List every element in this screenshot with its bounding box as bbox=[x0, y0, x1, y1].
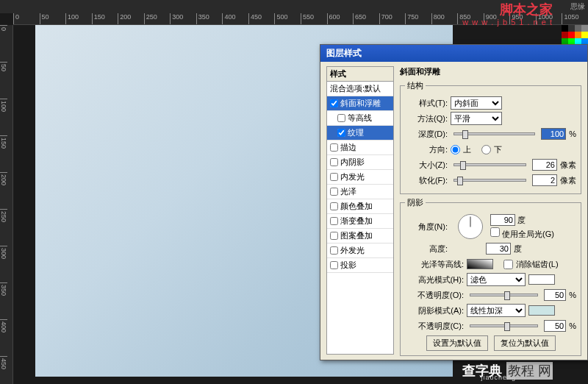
highlight-opacity-slider[interactable] bbox=[470, 294, 538, 296]
styles-list-panel: 样式 混合选项:默认 斜面和浮雕等高线纹理描边内阴影内发光光泽颜色叠加渐变叠加图… bbox=[326, 66, 394, 355]
style-row-7[interactable]: 颜色叠加 bbox=[327, 199, 393, 214]
style-checkbox[interactable] bbox=[330, 232, 338, 240]
style-row-8[interactable]: 渐变叠加 bbox=[327, 214, 393, 229]
shadow-opacity-slider[interactable] bbox=[470, 324, 538, 327]
style-label: 渐变叠加 bbox=[340, 216, 373, 227]
style-row-0[interactable]: 斜面和浮雕 bbox=[327, 96, 393, 111]
global-light-checkbox[interactable] bbox=[490, 227, 500, 237]
depth-input[interactable] bbox=[541, 128, 566, 140]
style-checkbox[interactable] bbox=[330, 99, 338, 107]
structure-group: 结构 样式(T):内斜面 方法(Q):平滑 深度(D):% 方向:上 下 大小(… bbox=[400, 80, 581, 194]
color-swatch[interactable] bbox=[568, 25, 575, 32]
style-label: 描边 bbox=[340, 142, 356, 153]
method-select[interactable]: 平滑 bbox=[451, 112, 502, 125]
reset-default-button[interactable]: 复位为默认值 bbox=[494, 335, 556, 351]
style-checkbox[interactable] bbox=[330, 143, 338, 152]
soften-input[interactable] bbox=[532, 174, 557, 186]
style-checkbox[interactable] bbox=[330, 217, 338, 225]
shadow-color-swatch[interactable] bbox=[528, 305, 555, 316]
style-label: 内发光 bbox=[340, 171, 365, 182]
size-input[interactable] bbox=[532, 159, 557, 171]
color-swatch[interactable] bbox=[575, 25, 581, 32]
color-swatch[interactable] bbox=[575, 32, 581, 38]
style-label: 图案叠加 bbox=[340, 230, 373, 241]
style-label: 斜面和浮雕 bbox=[340, 98, 381, 109]
angle-input[interactable] bbox=[490, 214, 515, 226]
style-row-5[interactable]: 内发光 bbox=[327, 170, 393, 185]
style-row-3[interactable]: 描边 bbox=[327, 141, 393, 155]
highlight-opacity-input[interactable] bbox=[544, 289, 566, 301]
style-row-4[interactable]: 内阴影 bbox=[327, 155, 393, 170]
style-checkbox[interactable] bbox=[330, 173, 338, 181]
watermark-bottom: 查字典 教程 网 jiaocheng bbox=[462, 362, 553, 380]
highlight-color-swatch[interactable] bbox=[528, 274, 555, 285]
style-row-6[interactable]: 光泽 bbox=[327, 185, 393, 199]
gloss-contour-picker[interactable] bbox=[467, 259, 493, 269]
layer-style-dialog: 图层样式 样式 混合选项:默认 斜面和浮雕等高线纹理描边内阴影内发光光泽颜色叠加… bbox=[320, 44, 588, 360]
soften-slider[interactable] bbox=[453, 179, 526, 182]
style-checkbox[interactable] bbox=[330, 188, 338, 196]
settings-panel: 斜面和浮雕 结构 样式(T):内斜面 方法(Q):平滑 深度(D):% 方向:上… bbox=[400, 66, 581, 355]
set-default-button[interactable]: 设置为默认值 bbox=[426, 335, 488, 351]
style-select[interactable]: 内斜面 bbox=[451, 96, 502, 110]
highlight-mode-select[interactable]: 滤色 bbox=[467, 273, 526, 286]
color-swatch[interactable] bbox=[581, 25, 588, 32]
style-row-1[interactable]: 等高线 bbox=[327, 111, 393, 126]
style-label: 内阴影 bbox=[340, 157, 365, 168]
style-row-2[interactable]: 纹理 bbox=[327, 126, 393, 141]
shadow-opacity-input[interactable] bbox=[544, 320, 566, 332]
watermark-top: 脚本之家 w w w . j b 5 1 . n e t bbox=[462, 3, 553, 26]
style-label: 颜色叠加 bbox=[340, 201, 373, 212]
style-row-11[interactable]: 投影 bbox=[327, 258, 393, 273]
style-checkbox[interactable] bbox=[330, 202, 338, 210]
style-label: 纹理 bbox=[348, 127, 364, 138]
direction-up-radio[interactable] bbox=[451, 145, 460, 154]
color-swatch[interactable] bbox=[581, 32, 588, 38]
antialias-checkbox[interactable] bbox=[503, 260, 513, 269]
style-label: 等高线 bbox=[348, 113, 372, 124]
shadow-mode-select[interactable]: 线性加深 bbox=[467, 304, 526, 317]
altitude-input[interactable] bbox=[486, 243, 511, 255]
angle-wheel[interactable] bbox=[458, 214, 483, 239]
size-slider[interactable] bbox=[453, 163, 526, 166]
styles-header: 样式 bbox=[327, 67, 393, 82]
style-row-9[interactable]: 图案叠加 bbox=[327, 229, 393, 243]
depth-slider[interactable] bbox=[453, 132, 535, 135]
bevel-heading: 斜面和浮雕 bbox=[400, 66, 581, 77]
shadow-group: 阴影 角度(N): 度 使用全局光(G) 高度: 度 光泽等高线: 消除锯齿(L… bbox=[400, 197, 581, 356]
blend-options-row[interactable]: 混合选项:默认 bbox=[327, 82, 393, 96]
style-row-10[interactable]: 外发光 bbox=[327, 243, 393, 258]
style-label: 光泽 bbox=[340, 186, 356, 197]
style-label: 外发光 bbox=[340, 245, 365, 256]
dialog-titlebar[interactable]: 图层样式 bbox=[320, 45, 587, 62]
color-swatch[interactable] bbox=[562, 25, 568, 32]
style-checkbox[interactable] bbox=[337, 129, 345, 137]
style-checkbox[interactable] bbox=[337, 114, 345, 122]
style-checkbox[interactable] bbox=[330, 261, 338, 269]
color-swatch[interactable] bbox=[568, 32, 575, 38]
style-checkbox[interactable] bbox=[330, 246, 338, 255]
vertical-ruler: 050100150200250300350400450500550 bbox=[0, 25, 13, 384]
color-swatch[interactable] bbox=[562, 32, 568, 38]
style-label: 投影 bbox=[340, 260, 356, 271]
style-checkbox[interactable] bbox=[330, 158, 338, 166]
direction-down-radio[interactable] bbox=[481, 145, 491, 154]
